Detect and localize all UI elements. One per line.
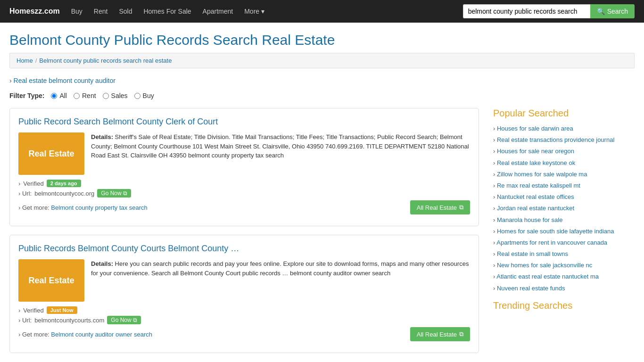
get-more-link-2[interactable]: Belmont county auditor owner search (51, 331, 152, 338)
all-real-estate-icon-1: ⧉ (459, 204, 463, 211)
search-button[interactable]: 🔍 Search (590, 4, 635, 18)
get-more-link-1[interactable]: Belmont county property tax search (51, 204, 148, 211)
results-column: Public Record Search Belmont County Cler… (9, 108, 479, 362)
details-text-1: Sheriff's Sale of Real Estate; Title Div… (91, 133, 469, 159)
verified-badge-1: 2 days ago (47, 180, 81, 187)
sidebar-popular-4[interactable]: Zillow homes for sale walpole ma (493, 170, 635, 179)
go-now-label-1: Go Now (101, 190, 121, 197)
go-now-label-2: Go Now (111, 317, 131, 323)
filter-all-label: All (59, 92, 67, 99)
result-image-2: Real Estate (18, 259, 84, 302)
filter-rent-label: Rent (82, 92, 96, 99)
get-more-label-1: › Get more: (18, 204, 51, 211)
filter-all[interactable]: All (51, 92, 67, 99)
search-icon: 🔍 (597, 8, 605, 15)
sidebar-popular-12[interactable]: New homes for sale jacksonville nc (493, 261, 635, 270)
sidebar-popular-14[interactable]: Nuveen real estate funds (493, 284, 635, 293)
sidebar-popular-11[interactable]: Real estate in small towns (493, 250, 635, 258)
nav-buy[interactable]: Buy (66, 5, 87, 18)
sidebar-popular-6[interactable]: Nantucket real estate offices (493, 193, 635, 201)
popular-searched-title: Popular Searched (493, 108, 635, 119)
sidebar-popular-10[interactable]: Apartments for rent in vancouver canada (493, 239, 635, 247)
nav-sold[interactable]: Sold (114, 5, 137, 18)
sidebar-popular-2[interactable]: Houses for sale near oregon (493, 147, 635, 156)
result-body-1: Real Estate Details: Sheriff's Sale of R… (18, 132, 470, 175)
result-card-2: Public Records Belmont County Courts Bel… (9, 235, 479, 353)
details-label-2: Details: (91, 260, 113, 267)
nav-rent[interactable]: Rent (89, 5, 113, 18)
nav-apartment[interactable]: Apartment (198, 5, 238, 18)
sidebar-popular-7[interactable]: Jordan real estate nantucket (493, 204, 635, 213)
get-more-left-2: › Get more: Belmont county auditor owner… (18, 331, 152, 338)
result-details-2: Details: Here you can search public reco… (91, 259, 470, 302)
breadcrumb-home[interactable]: Home (17, 57, 33, 64)
result-title-2[interactable]: Public Records Belmont County Courts Bel… (18, 244, 470, 254)
filter-sales[interactable]: Sales (103, 92, 128, 99)
content-layout: Public Record Search Belmont County Cler… (9, 108, 635, 362)
breadcrumb-current[interactable]: Belmont county public records search rea… (39, 57, 172, 64)
get-more-label-2: › Get more: (18, 331, 51, 338)
brand-logo[interactable]: Homeszz.com (9, 7, 60, 16)
filter-row: Filter Type: All Rent Sales Buy (9, 92, 635, 99)
all-real-estate-label-1: All Real Estate (417, 204, 457, 211)
navbar: Homeszz.com Buy Rent Sold Homes For Sale… (0, 0, 644, 23)
filter-label: Filter Type: (9, 92, 44, 99)
filter-buy-label: Buy (143, 92, 154, 99)
verified-text-1: Verified (23, 180, 43, 187)
all-real-estate-btn-2[interactable]: All Real Estate ⧉ (410, 327, 470, 341)
go-now-btn-2[interactable]: Go Now ⧉ (107, 316, 140, 324)
related-link[interactable]: Real estate belmont county auditor (9, 77, 635, 84)
breadcrumb-separator: / (35, 57, 37, 64)
go-now-btn-1[interactable]: Go Now ⧉ (97, 189, 131, 197)
verified-label-2: › (18, 307, 20, 314)
search-form: 🔍 Search (463, 4, 635, 18)
result-meta-verified-1: › Verified 2 days ago (18, 180, 470, 187)
get-more-row-2: › Get more: Belmont county auditor owner… (18, 327, 470, 341)
url-text-1: belmontcountycoc.org (34, 190, 94, 197)
nav-homes-for-sale[interactable]: Homes For Sale (139, 5, 196, 18)
sidebar-popular-1[interactable]: Real estate transactions providence jour… (493, 136, 635, 144)
sidebar-popular-13[interactable]: Atlantic east real estate nantucket ma (493, 272, 635, 281)
result-details-1: Details: Sheriff's Sale of Real Estate; … (91, 132, 470, 175)
filter-all-radio[interactable] (51, 93, 57, 99)
filter-rent[interactable]: Rent (74, 92, 96, 99)
get-more-row-1: › Get more: Belmont county property tax … (18, 200, 470, 214)
details-label-1: Details: (91, 133, 113, 140)
breadcrumb: Home / Belmont county public records sea… (9, 53, 635, 68)
sidebar-popular-0[interactable]: Houses for sale darwin area (493, 124, 635, 133)
verified-badge-2: Just Now (47, 306, 77, 314)
url-label-2: › Url: (18, 317, 32, 324)
filter-sales-label: Sales (111, 92, 128, 99)
external-icon-2: ⧉ (133, 317, 137, 323)
search-input[interactable] (463, 4, 590, 18)
page-title: Belmont County Public Records Search Rea… (9, 32, 635, 48)
result-card-1: Public Record Search Belmont County Cler… (9, 108, 479, 226)
filter-buy[interactable]: Buy (134, 92, 154, 99)
filter-rent-radio[interactable] (74, 93, 80, 99)
sidebar-popular-5[interactable]: Re max real estate kalispell mt (493, 181, 635, 190)
verified-label-1: › (18, 180, 20, 187)
sidebar-popular-3[interactable]: Real estate lake keystone ok (493, 159, 635, 167)
search-btn-label: Search (607, 8, 628, 15)
all-real-estate-label-2: All Real Estate (417, 331, 457, 338)
trending-searches-title: Trending Searches (493, 300, 635, 311)
url-label-1: › Url: (18, 190, 32, 197)
filter-buy-radio[interactable] (134, 93, 140, 99)
result-meta-verified-2: › Verified Just Now (18, 306, 470, 314)
sidebar-popular-9[interactable]: Homes for sale south side lafayette indi… (493, 227, 635, 236)
all-real-estate-btn-1[interactable]: All Real Estate ⧉ (410, 200, 470, 214)
get-more-left-1: › Get more: Belmont county property tax … (18, 204, 148, 211)
url-row-1: › Url: belmontcountycoc.org Go Now ⧉ (18, 189, 470, 197)
verified-text-2: Verified (23, 307, 43, 314)
url-text-2: belmontcountycourts.com (34, 317, 104, 324)
nav-more-dropdown[interactable]: More (239, 5, 269, 18)
all-real-estate-icon-2: ⧉ (459, 330, 463, 338)
result-title-1[interactable]: Public Record Search Belmont County Cler… (18, 117, 470, 127)
sidebar: Popular Searched Houses for sale darwin … (493, 108, 635, 362)
details-text-2: Here you can search public records and p… (91, 260, 469, 277)
external-icon-1: ⧉ (123, 190, 127, 197)
filter-sales-radio[interactable] (103, 93, 109, 99)
result-body-2: Real Estate Details: Here you can search… (18, 259, 470, 302)
sidebar-popular-8[interactable]: Manarola house for sale (493, 216, 635, 224)
result-image-1: Real Estate (18, 132, 84, 175)
